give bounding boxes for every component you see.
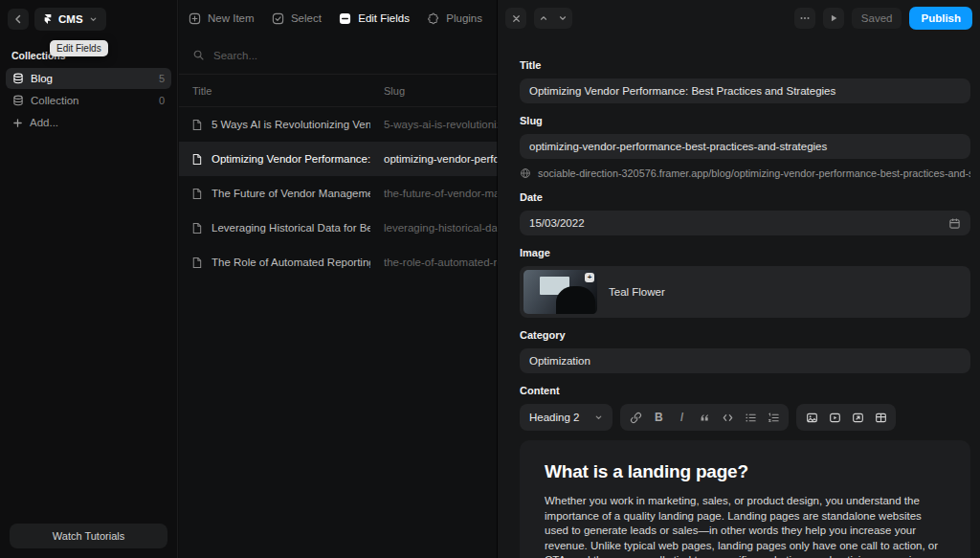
- image-field[interactable]: + Teal Flower: [520, 266, 970, 318]
- plugins-button[interactable]: Plugins: [427, 12, 482, 25]
- content-paragraph: Whether you work in marketing, sales, or…: [545, 494, 946, 558]
- image-replace-icon[interactable]: +: [585, 273, 594, 282]
- page-url-link[interactable]: sociable-direction-320576.framer.app/blo…: [520, 167, 970, 180]
- search-bar: [179, 36, 498, 75]
- document-icon: [190, 153, 203, 166]
- table-row[interactable]: 5 Ways AI is Revolutionizing Ven... 5-wa…: [179, 107, 498, 142]
- publish-button[interactable]: Publish: [909, 7, 972, 30]
- insert-video-button[interactable]: [823, 404, 846, 431]
- chevron-down-icon: [594, 413, 603, 422]
- row-slug: leveraging-historical-data-: [384, 222, 498, 234]
- close-icon: [511, 13, 522, 24]
- bullet-list-button[interactable]: [739, 404, 762, 431]
- row-title: The Role of Automated Reporting...: [212, 257, 370, 268]
- image-icon: [806, 412, 818, 424]
- calendar-icon[interactable]: [948, 217, 961, 230]
- insert-embed-button[interactable]: [846, 404, 869, 431]
- document-icon: [190, 188, 203, 200]
- edit-fields-tooltip: Edit Fields: [50, 40, 108, 56]
- category-input[interactable]: [529, 355, 961, 367]
- content-heading: What is a landing page?: [545, 461, 946, 482]
- content-rich-text-editor[interactable]: What is a landing page? Whether you work…: [520, 440, 970, 558]
- collection-list-panel: New Item Select Edit Fields Plugins: [179, 0, 498, 558]
- bold-button[interactable]: B: [647, 404, 670, 431]
- document-icon: [190, 119, 203, 131]
- chevron-left-icon: [12, 13, 24, 25]
- watch-tutorials-button[interactable]: Watch Tutorials: [10, 524, 167, 548]
- heading-style-select[interactable]: Heading 2: [520, 404, 612, 431]
- checkbox-icon: [272, 12, 284, 25]
- page-url-text: sociable-direction-320576.framer.app/blo…: [538, 167, 970, 179]
- table-row[interactable]: Optimizing Vendor Performance: ... optim…: [179, 142, 498, 176]
- sidebar-topbar: CMS: [0, 0, 177, 38]
- row-slug: the-role-of-automated-rep: [384, 257, 498, 268]
- row-slug: the-future-of-vendor-man: [384, 188, 498, 199]
- row-slug: 5-ways-ai-is-revolutioniz: [384, 119, 498, 130]
- item-editor-panel: Saved Publish Title Slug sociable-direct…: [498, 0, 980, 558]
- title-label: Title: [520, 59, 970, 71]
- table-row[interactable]: The Role of Automated Reporting... the-r…: [179, 245, 498, 279]
- link-icon: [630, 412, 642, 424]
- editor-form: Title Slug sociable-direction-320576.fra…: [498, 36, 980, 558]
- image-label: Image: [520, 247, 970, 258]
- insert-table-button[interactable]: [869, 404, 892, 431]
- italic-button[interactable]: I: [670, 404, 693, 431]
- new-item-button[interactable]: New Item: [189, 12, 255, 25]
- link-button[interactable]: [624, 404, 647, 431]
- column-header-title: Title: [179, 85, 384, 97]
- sidebar-item-collection[interactable]: Collection 0: [6, 90, 171, 111]
- cms-menu-button[interactable]: CMS: [34, 8, 106, 31]
- numbered-list-icon: [768, 412, 780, 424]
- sidebar-item-label: Blog: [31, 73, 53, 84]
- table-icon: [875, 412, 887, 424]
- numbered-list-button[interactable]: [762, 404, 785, 431]
- code-button[interactable]: [716, 404, 739, 431]
- heading-style-value: Heading 2: [529, 412, 579, 423]
- edit-fields-button[interactable]: Edit Fields: [339, 12, 410, 25]
- close-button[interactable]: [505, 8, 526, 29]
- plus-icon: [12, 118, 23, 128]
- document-icon: [190, 257, 203, 269]
- category-field: [520, 348, 970, 373]
- table-row[interactable]: Leveraging Historical Data for Be... lev…: [179, 211, 498, 245]
- preview-button[interactable]: [823, 8, 844, 29]
- next-item-button[interactable]: [553, 8, 572, 29]
- back-button[interactable]: [8, 9, 29, 30]
- list-column-headers: Title Slug: [179, 75, 498, 107]
- select-button[interactable]: Select: [272, 12, 322, 25]
- date-label: Date: [520, 191, 970, 203]
- cms-label: CMS: [58, 13, 83, 25]
- add-collection-button[interactable]: Add...: [6, 112, 171, 133]
- row-title: The Future of Vendor Manageme...: [212, 188, 370, 199]
- slug-input[interactable]: [529, 141, 961, 152]
- chevron-down-icon: [558, 13, 568, 23]
- add-label: Add...: [30, 117, 58, 128]
- puzzle-icon: [427, 12, 439, 25]
- quote-button[interactable]: [693, 404, 716, 431]
- list-toolbar: New Item Select Edit Fields Plugins: [179, 0, 498, 36]
- editor-header: Saved Publish: [498, 0, 980, 36]
- sidebar-item-blog[interactable]: Blog 5: [6, 68, 171, 89]
- content-label: Content: [520, 385, 970, 396]
- slug-label: Slug: [520, 115, 970, 126]
- image-thumbnail: +: [523, 270, 597, 314]
- thumbnail-person-shape: [556, 286, 596, 314]
- database-icon: [12, 95, 24, 106]
- title-input[interactable]: [529, 85, 961, 97]
- chevron-up-icon: [539, 13, 548, 23]
- date-input[interactable]: [529, 217, 941, 229]
- ellipsis-icon: [799, 12, 811, 24]
- content-format-toolbar: Heading 2 B I: [520, 404, 970, 431]
- search-input[interactable]: [213, 50, 424, 61]
- quote-icon: [699, 412, 710, 423]
- more-options-button[interactable]: [794, 8, 815, 29]
- chevron-down-icon: [89, 15, 98, 24]
- category-label: Category: [520, 329, 970, 341]
- previous-item-button[interactable]: [534, 8, 553, 29]
- saved-button[interactable]: Saved: [852, 8, 902, 29]
- insert-image-button[interactable]: [800, 404, 823, 431]
- text-format-group: B I: [620, 404, 789, 431]
- italic-icon: I: [680, 411, 683, 424]
- column-header-slug: Slug: [384, 85, 405, 97]
- table-row[interactable]: The Future of Vendor Manageme... the-fut…: [179, 176, 498, 211]
